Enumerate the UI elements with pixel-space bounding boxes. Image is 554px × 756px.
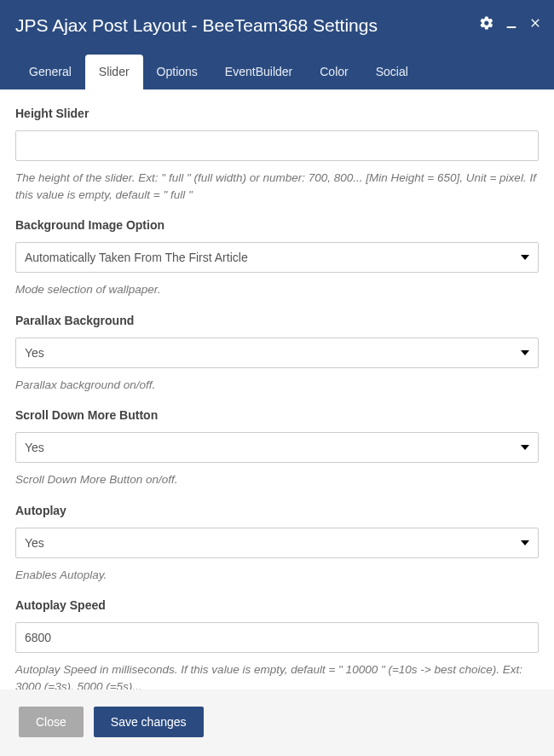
- field-scroll-down-more: Scroll Down More Button Yes Scroll Down …: [15, 408, 539, 488]
- modal-title: JPS Ajax Post Layout - BeeTeam368 Settin…: [15, 15, 378, 36]
- tab-color[interactable]: Color: [306, 55, 361, 89]
- svg-rect-0: [507, 26, 516, 28]
- close-icon[interactable]: [528, 16, 542, 33]
- scroll-down-more-help: Scroll Down More Button on/off.: [15, 471, 539, 488]
- parallax-bg-label: Parallax Background: [15, 314, 539, 327]
- scroll-down-more-label: Scroll Down More Button: [15, 408, 539, 422]
- autoplay-label: Autoplay: [15, 504, 539, 517]
- window-controls: [479, 15, 542, 34]
- autoplay-speed-help: Autoplay Speed in milliseconds. If this …: [15, 661, 539, 690]
- minimize-icon[interactable]: [505, 16, 518, 33]
- bg-image-option-label: Background Image Option: [15, 218, 539, 232]
- bg-image-option-help: Mode selection of wallpaper.: [15, 281, 539, 298]
- parallax-bg-help: Parallax background on/off.: [15, 377, 539, 394]
- tab-general[interactable]: General: [15, 55, 85, 89]
- bg-image-option-select[interactable]: Automatically Taken From The First Artic…: [15, 242, 539, 273]
- field-autoplay: Autoplay Yes Enables Autoplay.: [15, 504, 539, 584]
- scroll-down-more-select[interactable]: Yes: [15, 432, 539, 463]
- autoplay-select[interactable]: Yes: [15, 528, 539, 558]
- gear-icon[interactable]: [479, 15, 494, 34]
- field-autoplay-speed: Autoplay Speed Autoplay Speed in millise…: [15, 598, 539, 690]
- height-slider-input[interactable]: [15, 130, 539, 161]
- tab-options[interactable]: Options: [143, 55, 211, 89]
- tab-social[interactable]: Social: [362, 55, 422, 89]
- parallax-bg-select[interactable]: Yes: [15, 338, 539, 368]
- close-button[interactable]: Close: [19, 707, 84, 737]
- field-height-slider: Height Slider The height of the slider. …: [15, 107, 539, 203]
- height-slider-help: The height of the slider. Ext: " full " …: [15, 170, 539, 203]
- field-parallax-bg: Parallax Background Yes Parallax backgro…: [15, 314, 539, 394]
- autoplay-speed-label: Autoplay Speed: [15, 598, 539, 612]
- modal-footer: Close Save changes: [0, 690, 554, 756]
- modal-body: Height Slider The height of the slider. …: [0, 89, 554, 690]
- modal-header: JPS Ajax Post Layout - BeeTeam368 Settin…: [0, 0, 554, 89]
- autoplay-speed-input[interactable]: [15, 622, 539, 653]
- field-bg-image-option: Background Image Option Automatically Ta…: [15, 218, 539, 298]
- autoplay-help: Enables Autoplay.: [15, 567, 539, 584]
- save-button[interactable]: Save changes: [94, 707, 204, 737]
- tab-bar: General Slider Options EventBuilder Colo…: [15, 55, 422, 89]
- tab-slider[interactable]: Slider: [85, 55, 143, 89]
- settings-modal: JPS Ajax Post Layout - BeeTeam368 Settin…: [0, 0, 554, 756]
- height-slider-label: Height Slider: [15, 107, 539, 120]
- tab-eventbuilder[interactable]: EventBuilder: [211, 55, 306, 89]
